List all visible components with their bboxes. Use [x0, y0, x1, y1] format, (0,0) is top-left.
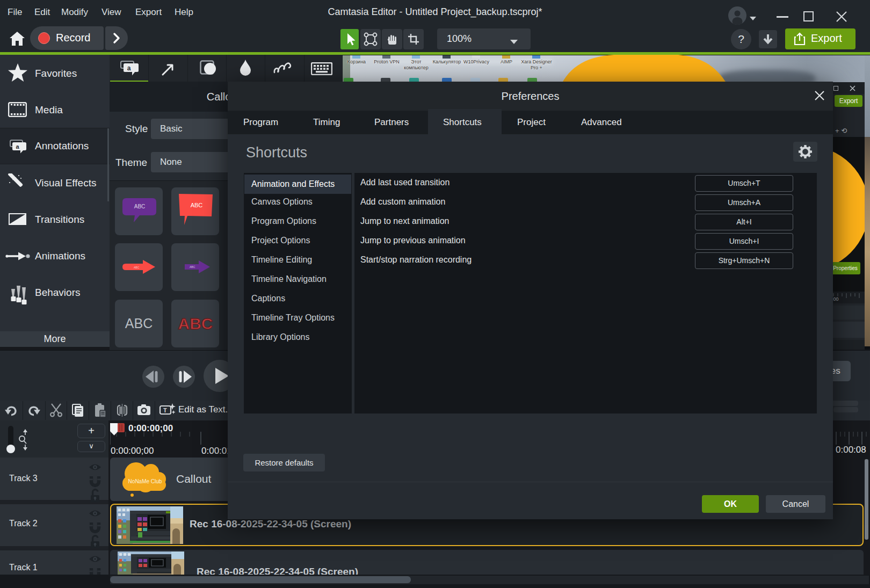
svg-text:a: a [16, 143, 19, 150]
svg-text:ABC: ABC [191, 202, 203, 208]
svg-text:NoNaMe Club: NoNaMe Club [128, 478, 162, 484]
svg-text:T: T [163, 407, 167, 413]
svg-text:ABC: ABC [134, 204, 146, 209]
svg-text:a: a [127, 64, 131, 72]
svg-text:ABC: ABC [190, 265, 195, 268]
svg-text:ABC: ABC [178, 315, 213, 332]
svg-text:ABC: ABC [134, 266, 140, 269]
